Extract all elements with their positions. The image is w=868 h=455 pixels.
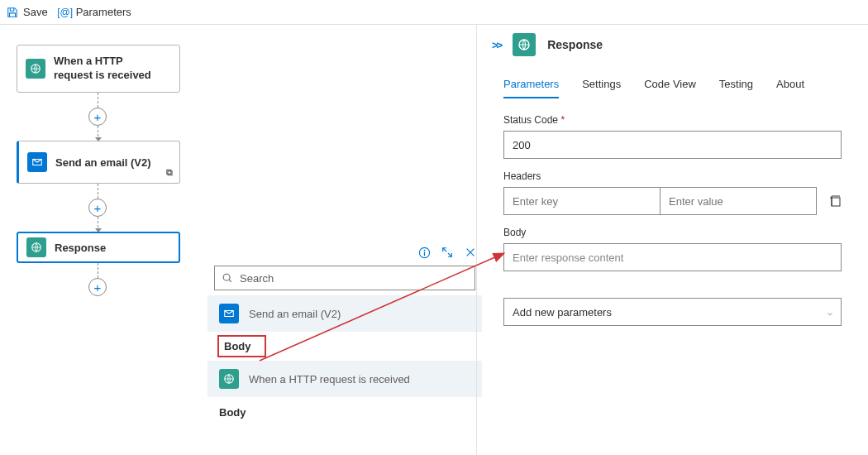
globe-icon xyxy=(26,237,46,257)
body-label: Body xyxy=(503,227,842,238)
panel-title: Response xyxy=(547,38,603,51)
body-label[interactable]: Body xyxy=(207,397,482,427)
header-key-input[interactable] xyxy=(503,187,660,215)
node-send-email[interactable]: Send an email (V2) ⧉ xyxy=(17,141,180,184)
node-response[interactable]: Response xyxy=(17,232,180,263)
body-token[interactable]: Body xyxy=(217,335,266,357)
dynamic-content-popup: Search Send an email (V2) Body When a HT… xyxy=(207,238,483,428)
tab-settings[interactable]: Settings xyxy=(582,78,621,98)
connector xyxy=(98,93,99,108)
svg-point-4 xyxy=(423,249,425,251)
globe-icon xyxy=(513,33,536,56)
chevron-down-icon: ⌵ xyxy=(827,308,832,317)
status-code-label: Status Code * xyxy=(503,114,842,126)
add-step-button[interactable]: + xyxy=(88,108,107,126)
toolbar: Save [@] Parameters xyxy=(0,0,868,25)
add-step-button[interactable]: + xyxy=(88,278,107,296)
list-item[interactable]: Send an email (V2) xyxy=(207,295,482,332)
search-input[interactable]: Search xyxy=(214,266,475,290)
workflow-canvas: When a HTTP request is received + Send a… xyxy=(0,25,476,455)
expand-icon[interactable] xyxy=(441,246,454,259)
save-label: Save xyxy=(23,6,48,18)
list-item-label: Send an email (V2) xyxy=(249,308,341,320)
svg-rect-5 xyxy=(423,251,424,256)
tab-parameters[interactable]: Parameters xyxy=(503,78,559,98)
list-item-label: When a HTTP request is received xyxy=(249,373,410,386)
save-icon xyxy=(7,7,18,18)
parameters-button[interactable]: [@] Parameters xyxy=(60,6,131,18)
connector xyxy=(98,263,99,278)
add-parameters-dropdown[interactable]: Add new parameters ⌵ xyxy=(503,298,842,326)
svg-rect-10 xyxy=(832,198,840,206)
save-button[interactable]: Save xyxy=(7,6,48,18)
node-http-label: When a HTTP request is received xyxy=(54,55,163,83)
search-icon xyxy=(222,272,233,284)
node-email-label: Send an email (V2) xyxy=(55,156,151,169)
parameters-icon: [@] xyxy=(60,7,71,18)
parameters-label: Parameters xyxy=(76,6,131,18)
add-step-button[interactable]: + xyxy=(88,199,107,217)
link-icon: ⧉ xyxy=(166,167,173,178)
email-icon xyxy=(27,152,47,172)
panel-tabs: Parameters Settings Code View Testing Ab… xyxy=(477,65,868,99)
tab-testing[interactable]: Testing xyxy=(719,78,753,98)
search-placeholder: Search xyxy=(240,272,274,285)
header-value-input[interactable] xyxy=(660,187,817,215)
node-http-trigger[interactable]: When a HTTP request is received xyxy=(17,45,180,93)
table-icon[interactable] xyxy=(828,194,842,208)
headers-label: Headers xyxy=(503,170,842,182)
status-code-input[interactable] xyxy=(503,131,842,159)
close-icon[interactable] xyxy=(464,246,477,259)
collapse-button[interactable]: >> xyxy=(492,39,501,51)
svg-point-6 xyxy=(223,274,230,280)
connector xyxy=(98,184,99,199)
globe-icon xyxy=(26,59,45,79)
details-panel: >> Response Parameters Settings Code Vie… xyxy=(476,25,868,455)
node-response-label: Response xyxy=(55,242,106,254)
tab-codeview[interactable]: Code View xyxy=(644,78,696,98)
dropdown-label: Add new parameters xyxy=(513,306,612,318)
connector xyxy=(98,217,99,232)
connector xyxy=(98,126,99,141)
body-input[interactable] xyxy=(503,243,842,271)
globe-icon xyxy=(219,369,239,389)
tab-about[interactable]: About xyxy=(776,78,804,98)
info-icon[interactable] xyxy=(417,246,431,259)
list-item[interactable]: When a HTTP request is received xyxy=(207,361,482,397)
email-icon xyxy=(219,304,239,323)
